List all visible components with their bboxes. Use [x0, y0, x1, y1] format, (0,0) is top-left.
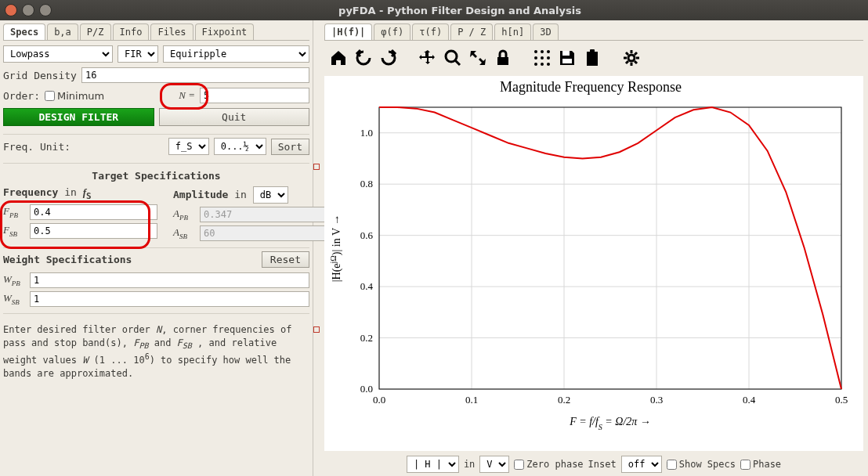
plot-tab-3[interactable]: P / Z [450, 23, 493, 40]
tab-p/z[interactable]: P/Z [80, 23, 111, 40]
pan-icon[interactable] [418, 49, 437, 70]
plot-tab-1[interactable]: φ(f) [374, 23, 410, 40]
freq-unit-select[interactable]: f_S [168, 138, 209, 155]
svg-rect-12 [562, 59, 572, 63]
a-pb-input [200, 207, 327, 222]
w-sb-input[interactable] [30, 291, 309, 307]
order-label: Order: [3, 90, 40, 102]
inset-select[interactable]: off [621, 456, 662, 473]
lock-icon[interactable] [494, 49, 512, 70]
zoom-icon[interactable] [443, 49, 462, 70]
h-select[interactable]: | H | [407, 456, 459, 473]
w-pb-input[interactable] [30, 272, 309, 288]
frequency-header: Frequency in fS [3, 186, 157, 201]
f-sb-input[interactable] [30, 223, 157, 239]
w-sb-label: WSB [3, 292, 27, 306]
n-label: N = [179, 89, 195, 102]
svg-text:0.0: 0.0 [360, 383, 373, 395]
svg-point-15 [628, 55, 635, 61]
phase-checkbox[interactable]: Phase [740, 459, 781, 470]
tab-fixpoint[interactable]: Fixpoint [195, 23, 255, 40]
svg-point-10 [547, 63, 550, 66]
home-icon[interactable] [329, 49, 348, 70]
grid-icon[interactable] [533, 49, 552, 70]
svg-point-7 [547, 56, 550, 60]
a-sb-label: ASB [173, 226, 197, 240]
order-n-input[interactable] [200, 88, 309, 103]
freq-unit-label: Freq. Unit: [3, 141, 71, 153]
svg-text:0.8: 0.8 [360, 178, 373, 189]
tab-info[interactable]: Info [113, 23, 150, 40]
f-pb-input[interactable] [30, 204, 157, 220]
window-title: pyFDA - Python Filter Design and Analysi… [56, 5, 863, 16]
svg-text:0.6: 0.6 [360, 229, 374, 241]
help-text: Enter desired filter order N, corner fre… [3, 323, 309, 380]
grid-density-input[interactable] [81, 67, 309, 83]
tab-b,a[interactable]: b,a [47, 23, 78, 40]
back-icon[interactable] [354, 49, 373, 70]
svg-rect-41 [379, 107, 841, 389]
quit-button[interactable]: Quit [159, 108, 310, 126]
svg-text:0.1: 0.1 [465, 394, 478, 406]
svg-text:1.0: 1.0 [360, 127, 373, 139]
clipboard-icon[interactable] [583, 49, 602, 70]
plot-tab-0[interactable]: |H(f)| [324, 23, 372, 40]
show-specs-checkbox[interactable]: Show Specs [667, 459, 736, 470]
unit-v-select[interactable]: V [479, 456, 509, 473]
left-tabbar: Specsb,aP/ZInfoFilesFixpoint [3, 23, 309, 41]
svg-text:0.3: 0.3 [650, 394, 663, 406]
svg-rect-1 [497, 57, 508, 65]
svg-point-3 [541, 50, 544, 53]
sort-button[interactable]: Sort [271, 139, 309, 155]
window-titlebar: pyFDA - Python Filter Design and Analysi… [0, 0, 868, 20]
svg-point-9 [541, 63, 544, 66]
svg-text:0.4: 0.4 [743, 394, 756, 406]
minimum-order-checkbox[interactable]: Minimum [45, 90, 104, 102]
close-window-icon[interactable] [5, 4, 17, 16]
iir-fir-select[interactable]: FIR [118, 45, 158, 63]
zero-phase-checkbox[interactable]: Zero phase [514, 459, 583, 470]
weight-specs-title: Weight Specifications [3, 254, 132, 265]
svg-rect-14 [590, 49, 595, 53]
tab-files[interactable]: Files [150, 23, 193, 40]
right-tabbar: |H(f)|φ(f)τ(f)P / Zh[n]3D [324, 23, 863, 41]
plot-tab-5[interactable]: 3D [533, 23, 558, 40]
minimize-window-icon[interactable] [22, 4, 34, 16]
freq-range-select[interactable]: 0...½ [214, 138, 266, 155]
svg-text:|H(ejΩ)| in V →: |H(ejΩ)| in V → [329, 215, 344, 282]
svg-point-6 [541, 56, 544, 60]
svg-point-2 [534, 50, 537, 53]
a-sb-input [200, 225, 327, 241]
svg-text:0.0: 0.0 [373, 394, 385, 406]
splitter-handle[interactable] [313, 20, 320, 476]
w-pb-label: WPB [3, 273, 27, 287]
amplitude-header: Amplitude in dB [173, 186, 327, 204]
fullscreen-icon[interactable] [468, 49, 487, 70]
tab-specs[interactable]: Specs [3, 23, 45, 40]
f-sb-label: FSB [3, 224, 27, 238]
target-specs-title: Target Specifications [3, 170, 309, 182]
amp-unit-select[interactable]: dB [253, 186, 288, 204]
plot-tab-4[interactable]: h[n] [494, 23, 531, 40]
design-filter-button[interactable]: DESIGN FILTER [3, 108, 154, 126]
design-algo-select[interactable]: Equiripple [163, 45, 309, 63]
reset-weights-button[interactable]: Reset [262, 251, 309, 268]
maximize-window-icon[interactable] [39, 4, 52, 16]
save-icon[interactable] [558, 49, 577, 70]
gear-icon[interactable] [622, 49, 641, 70]
svg-rect-11 [562, 51, 570, 56]
specs-panel: Specsb,aP/ZInfoFilesFixpoint Lowpass FIR… [0, 20, 313, 476]
plot-tab-2[interactable]: τ(f) [412, 23, 449, 40]
forward-icon[interactable] [379, 49, 398, 70]
grid-density-label: Grid Density [3, 70, 77, 81]
plot-options-bar: | H | in V Zero phase Inset off Show Spe… [324, 456, 863, 473]
svg-point-0 [446, 51, 457, 62]
svg-point-5 [534, 56, 537, 60]
response-type-select[interactable]: Lowpass [3, 45, 113, 63]
plot-panel: |H(f)|φ(f)τ(f)P / Zh[n]3D Magnitude Freq… [320, 20, 868, 476]
svg-text:Magnitude Frequency Response: Magnitude Frequency Response [500, 79, 682, 95]
magnitude-plot: Magnitude Frequency Response0.00.10.20.3… [324, 76, 857, 436]
plot-toolbar [329, 49, 863, 70]
svg-point-8 [534, 63, 537, 66]
svg-text:0.2: 0.2 [360, 332, 373, 344]
